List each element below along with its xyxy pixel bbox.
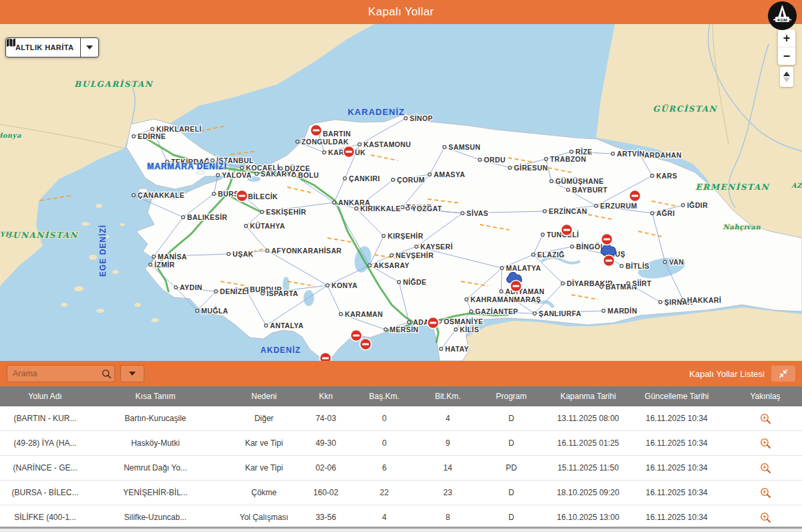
table-row[interactable]: (49-28) İYA (HA...Hasköy-MutkiKar ve Tip… [0, 431, 802, 456]
city-marker [454, 328, 458, 331]
column-header: Kapanma Tarihi [551, 386, 625, 406]
search-icon [98, 369, 114, 379]
city-marker [333, 201, 336, 205]
city-marker [245, 288, 248, 291]
city-marker [501, 267, 504, 270]
city-label: ANTALYA [270, 321, 303, 329]
city-marker [132, 135, 136, 138]
zoom-in-button[interactable]: + [778, 29, 795, 47]
city-marker [323, 151, 326, 154]
road-closure-icon[interactable] [344, 146, 355, 158]
city-marker [390, 254, 394, 257]
collapse-list-button[interactable] [771, 366, 795, 382]
table-cell: 16.11.2025 10:34 [625, 431, 728, 455]
table-cell: PD [471, 456, 551, 480]
city-label: KARAMAN [345, 310, 383, 318]
city-label: ESKİŞEHİR [266, 208, 306, 216]
country-label: YUNANİSTAN [6, 230, 79, 240]
country-label: donya [0, 132, 21, 140]
city-marker [265, 324, 268, 327]
city-marker [196, 309, 199, 313]
city-marker [461, 212, 464, 215]
city-label: VAN [669, 258, 684, 266]
table-scrollbar[interactable] [0, 527, 802, 532]
city-marker [293, 174, 296, 177]
city-label: IĞDIR [687, 201, 708, 209]
city-marker [550, 180, 553, 183]
table-row[interactable]: (BARTIN - KUR...Bartın-KurucaşileDiğer74… [0, 406, 802, 431]
city-label: BİLECİK [248, 192, 278, 201]
city-label: GİRESUN [514, 164, 548, 172]
city-marker [470, 310, 473, 313]
column-header: Yolun Adı [0, 386, 90, 406]
country-label: Nahçıvan [723, 223, 761, 231]
road-closure-icon[interactable] [511, 281, 522, 292]
table-cell: 16.11.2025 10:34 [625, 481, 728, 505]
city-marker [651, 212, 654, 215]
table-cell: 4 [424, 406, 471, 430]
zoom-out-button[interactable]: − [778, 47, 795, 65]
road-closure-icon[interactable] [604, 255, 615, 267]
road-closure-icon[interactable] [360, 339, 372, 350]
table-cell: Yol Çalışması [221, 505, 307, 529]
table-cell: 16.11.2025 01:25 [551, 431, 625, 455]
basemap-control[interactable]: ALTLIK HARİTA [5, 37, 99, 57]
city-label: ORDU [484, 156, 506, 164]
city-marker [149, 263, 152, 267]
table-cell: 9 [424, 431, 471, 455]
map-canvas[interactable]: KIRKLARELİEDİRNETEKİRDAĞİSTANBULYALOVAKO… [0, 24, 802, 361]
kgm-logo: KGM [768, 1, 797, 30]
road-closure-icon[interactable] [602, 234, 613, 245]
table-cell: 23 [424, 481, 471, 505]
city-label: SAMSUN [448, 143, 481, 151]
road-closure-icon[interactable] [630, 190, 641, 202]
city-label: TRABZON [550, 155, 586, 163]
country-label: ERMENİSTAN [696, 182, 770, 192]
road-closure-icon[interactable] [428, 317, 439, 329]
tilt-control[interactable] [780, 67, 793, 87]
city-marker [151, 128, 154, 131]
table-cell: 160-02 [307, 481, 344, 505]
city-marker [368, 264, 372, 267]
city-label: GÜMÜŞHANE [555, 177, 604, 185]
search-filter-dropdown[interactable] [120, 365, 144, 382]
table-cell: 13.11.2025 08:00 [551, 406, 625, 430]
table-cell: Kar ve Tipi [221, 456, 307, 480]
road-closure-icon[interactable] [561, 225, 573, 236]
table-row[interactable]: (BURSA - BİLEC...YENİŞEHİR-BİL...Çökme16… [0, 481, 802, 505]
search-input[interactable] [7, 369, 98, 378]
city-label: EDİRNE [138, 132, 166, 140]
table-cell: D [471, 431, 551, 455]
table-row[interactable]: (NARİNCE - GE...Nemrut Dağı Yo...Kar ve … [0, 456, 802, 481]
zoom-to-road-button[interactable] [728, 406, 802, 430]
table-cell: YENİŞEHİR-BİL... [90, 481, 221, 505]
city-label: SİNOP [410, 114, 433, 122]
city-marker [682, 299, 685, 302]
road-closure-icon[interactable] [351, 330, 362, 342]
city-marker [571, 245, 574, 249]
table-cell: Kar ve Tipi [221, 431, 307, 455]
city-marker [415, 245, 418, 249]
page-title: Kapalı Yollar [368, 5, 434, 19]
zoom-to-road-button[interactable] [728, 505, 802, 529]
city-label: KAYSERİ [420, 243, 453, 251]
city-marker [355, 207, 358, 211]
table-cell: (NARİNCE - GE... [0, 456, 90, 480]
table-cell: 15.11.2025 11:50 [551, 456, 625, 480]
road-closure-icon[interactable] [320, 353, 331, 362]
city-marker [404, 117, 408, 120]
table-cell: 0 [344, 431, 424, 455]
zoom-to-road-button[interactable] [728, 431, 802, 455]
city-marker [500, 290, 503, 293]
zoom-to-road-button[interactable] [728, 481, 802, 505]
city-label: AFYONKARAHİSAR [271, 247, 342, 255]
road-closure-icon[interactable] [237, 190, 248, 202]
basemap-dropdown-button[interactable] [80, 38, 98, 57]
zoom-in-icon [760, 438, 771, 449]
zoom-to-road-button[interactable] [728, 456, 802, 480]
city-label: BAYBURT [572, 186, 608, 194]
city-label: AĞRI [656, 209, 675, 217]
table-cell: 16.11.2025 10:34 [625, 505, 728, 529]
road-closure-icon[interactable] [311, 125, 322, 136]
city-label: MALATYA [506, 264, 541, 272]
